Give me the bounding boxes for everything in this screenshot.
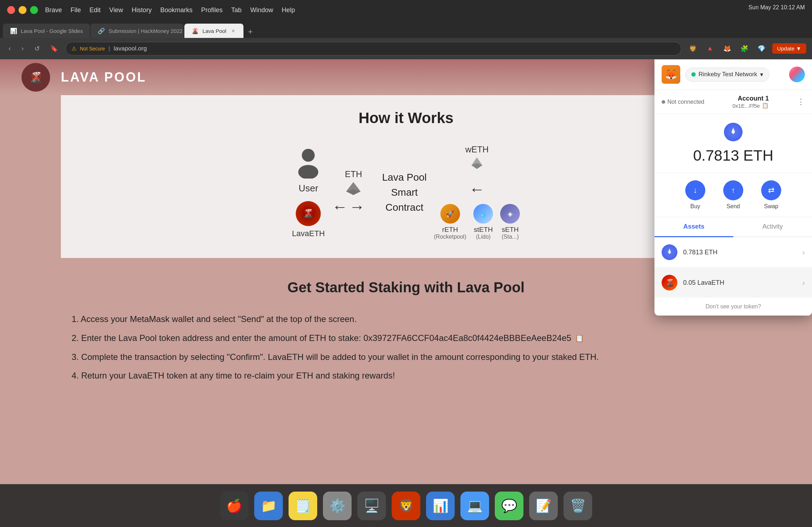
tab-activity[interactable]: Activity [733,217,812,236]
dock-terminal[interactable]: 🖥️ [357,492,386,520]
close-button[interactable] [7,6,15,14]
metamask-popup: 🦊 Rinkeby Test Network ▾ Not connected A… [654,59,812,316]
user-figure-icon [292,146,324,179]
refresh-button[interactable]: ↺ [32,43,43,54]
browser-actions: 🦁 🔺 🦊 🧩 💎 Update ▼ [686,42,806,55]
not-secure-label: Not Secure [80,46,105,52]
tab-slides-label: Lava Pool - Google Slides [21,28,83,34]
new-tab-button[interactable]: + [244,26,256,38]
menu-tab[interactable]: Tab [231,6,242,14]
eth-asset-row[interactable]: 0.7813 ETH › [654,237,812,268]
dock-settings[interactable]: ⚙️ [323,492,352,520]
tab-lavapool[interactable]: 🌋 Lava Pool ✕ [184,24,243,38]
menu-brave[interactable]: Brave [45,6,62,14]
how-it-works-section: How it Works User 🌋 LavaETH ETH [61,95,751,258]
steth-icon: 💧 [473,204,493,224]
tab-assets[interactable]: Assets [654,217,733,237]
menu-bookmarks[interactable]: Bookmarks [160,6,193,14]
tab-hackmoney-label: Submission | HackMoney 2022 [108,28,183,34]
diagram: User 🌋 LavaETH ETH ←→ [82,145,730,240]
menu-view[interactable]: View [109,6,123,14]
lavaETH-asset-name: 0.05 LavaETH [683,279,724,287]
step-2: 2. Enter the Lava Pool token address and… [72,329,740,348]
weth-label: wETH [434,145,520,155]
dock-launchpad[interactable]: 📁 [254,492,283,520]
not-connected-dot [662,100,665,104]
tab-hackmoney[interactable]: 🔗 Submission | HackMoney 2022 [91,24,184,38]
window-controls[interactable] [7,6,38,14]
contract-column: Lava PoolSmartContract [382,170,427,215]
network-status-dot [691,72,696,77]
address-bar[interactable]: ⚠ Not Secure | lavapool.org [66,42,681,55]
svg-point-1 [298,165,318,179]
menu-file[interactable]: File [71,6,81,14]
swap-button[interactable]: ⇄ Swap [761,180,781,210]
bookmark-icon[interactable]: 🔖 [48,42,61,55]
send-icon: ↑ [723,180,743,200]
tab-slides[interactable]: 📊 Lava Pool - Google Slides [3,24,90,38]
copy-address-icon[interactable]: 📋 [575,330,584,346]
browser-chrome: ‹ › ↺ 🔖 ⚠ Not Secure | lavapool.org 🦁 🔺 … [0,38,812,59]
eth-asset-icon [662,244,677,260]
dock-finder[interactable]: 🍎 [220,492,248,520]
mm-asset-list: 0.7813 ETH › 🌋 0.05 LavaETH › [654,237,812,298]
update-button[interactable]: Update ▼ [772,43,806,54]
lavaETH-label: LavaETH [292,229,325,238]
account-avatar[interactable] [789,67,805,82]
mm-tabs: Assets Activity [654,217,812,237]
menu-help[interactable]: Help [282,6,295,14]
not-connected-label: Not connected [667,99,704,105]
dock-trash[interactable]: 🗑️ [564,492,592,520]
mm-header: 🦊 Rinkeby Test Network ▾ [654,59,812,90]
token-list: 🚀 rETH (Rocketpool) 💧 stETH (Lido) ◈ sET… [434,204,520,240]
contract-label: Lava PoolSmartContract [382,170,427,215]
menu-edit[interactable]: Edit [90,6,101,14]
menu-window[interactable]: Window [250,6,273,14]
step-3: 3. Complete the transaction by selecting… [72,348,740,367]
lavaETH-icon: 🌋 [296,201,321,226]
dock-activity-monitor[interactable]: 📊 [426,492,455,520]
minimize-button[interactable] [19,6,26,14]
buy-icon: ↓ [685,180,705,200]
send-label: Send [726,203,740,210]
maximize-button[interactable] [30,6,38,14]
dock-notes[interactable]: 🗒️ [289,492,317,520]
send-button[interactable]: ↑ Send [723,180,743,210]
swap-label: Swap [764,203,778,210]
copy-address-small-icon[interactable]: 📋 [762,102,769,109]
eth-logo-icon [332,181,375,196]
tab-lavapool-label: Lava Pool [202,28,226,34]
dock-messages[interactable]: 💬 [495,492,523,520]
user-column: User 🌋 LavaETH [292,146,325,238]
reth-label: rETH [434,226,467,234]
site-logo: 🌋 [21,63,50,92]
brave-wallet-icon[interactable]: 💎 [755,42,768,55]
step-1: 1. Access your MetaMask wallet and selec… [72,310,740,329]
back-button[interactable]: ‹ [6,43,14,54]
brave-shield-icon[interactable]: 🦁 [686,42,699,55]
eth-label: ETH [332,169,375,179]
steth-subtitle: (Lido) [473,234,493,240]
buy-button[interactable]: ↓ Buy [685,180,705,210]
menu-history[interactable]: History [132,6,152,14]
wallet-alert-icon[interactable]: 🔺 [704,42,716,55]
dock-brave[interactable]: 🦁 [392,492,420,520]
lavaETH-asset-chevron-icon: › [802,279,805,287]
forward-button[interactable]: › [19,43,26,54]
dock-vscode[interactable]: 💻 [460,492,489,520]
url-text: lavapool.org [113,45,147,52]
account-name: Account 1 [733,95,769,102]
dock-files[interactable]: 📝 [529,492,558,520]
tab-close-icon[interactable]: ✕ [230,28,236,34]
double-arrow-eth: ←→ [332,198,375,216]
extensions-icon[interactable]: 🧩 [738,42,751,55]
dont-see-token[interactable]: Don't see your token? [654,298,812,316]
network-selector[interactable]: Rinkeby Test Network ▾ [685,68,769,82]
eth-asset-name: 0.7813 ETH [683,249,717,256]
account-more-icon[interactable]: ⋮ [797,97,805,107]
reth-subtitle: (Rocketpool) [434,234,467,240]
get-started-steps: 1. Access your MetaMask wallet and selec… [72,310,740,385]
lavaETH-asset-row[interactable]: 🌋 0.05 LavaETH › [654,268,812,298]
metamask-icon[interactable]: 🦊 [721,42,734,55]
menu-profiles[interactable]: Profiles [201,6,223,14]
